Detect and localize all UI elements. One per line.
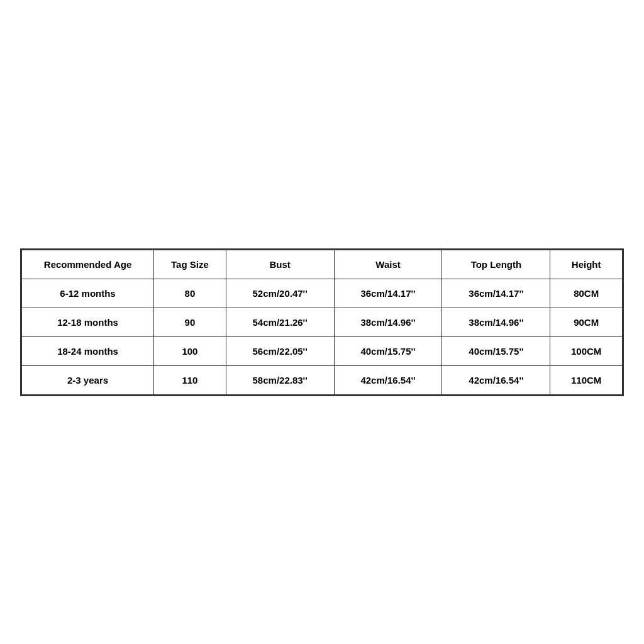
cell-top-length: 40cm/15.75'' xyxy=(442,336,550,365)
cell-tag-size: 100 xyxy=(154,336,226,365)
cell-tag-size: 80 xyxy=(154,279,226,308)
header-age: Recommended Age xyxy=(22,250,154,279)
size-chart-container: Recommended Age Tag Size Bust Waist Top … xyxy=(20,248,624,396)
cell-top-length: 38cm/14.96'' xyxy=(442,308,550,336)
cell-height: 80CM xyxy=(550,279,623,308)
table-row: 18-24 months10056cm/22.05''40cm/15.75''4… xyxy=(22,336,623,365)
header-bust: Bust xyxy=(226,250,334,279)
cell-top-length: 36cm/14.17'' xyxy=(442,279,550,308)
cell-bust: 58cm/22.83'' xyxy=(226,365,334,394)
cell-waist: 40cm/15.75'' xyxy=(334,336,442,365)
header-tag-size: Tag Size xyxy=(154,250,226,279)
table-header-row: Recommended Age Tag Size Bust Waist Top … xyxy=(22,250,623,279)
header-waist: Waist xyxy=(334,250,442,279)
cell-height: 100CM xyxy=(550,336,623,365)
size-chart-table: Recommended Age Tag Size Bust Waist Top … xyxy=(21,250,623,395)
cell-top-length: 42cm/16.54'' xyxy=(442,365,550,394)
cell-bust: 52cm/20.47'' xyxy=(226,279,334,308)
cell-height: 90CM xyxy=(550,308,623,336)
cell-height: 110CM xyxy=(550,365,623,394)
header-top-length: Top Length xyxy=(442,250,550,279)
table-row: 12-18 months9054cm/21.26''38cm/14.96''38… xyxy=(22,308,623,336)
cell-age: 12-18 months xyxy=(22,308,154,336)
table-row: 6-12 months8052cm/20.47''36cm/14.17''36c… xyxy=(22,279,623,308)
table-row: 2-3 years11058cm/22.83''42cm/16.54''42cm… xyxy=(22,365,623,394)
cell-age: 2-3 years xyxy=(22,365,154,394)
cell-age: 6-12 months xyxy=(22,279,154,308)
cell-waist: 36cm/14.17'' xyxy=(334,279,442,308)
cell-tag-size: 110 xyxy=(154,365,226,394)
cell-bust: 54cm/21.26'' xyxy=(226,308,334,336)
header-height: Height xyxy=(550,250,623,279)
cell-waist: 42cm/16.54'' xyxy=(334,365,442,394)
cell-bust: 56cm/22.05'' xyxy=(226,336,334,365)
cell-waist: 38cm/14.96'' xyxy=(334,308,442,336)
cell-age: 18-24 months xyxy=(22,336,154,365)
cell-tag-size: 90 xyxy=(154,308,226,336)
